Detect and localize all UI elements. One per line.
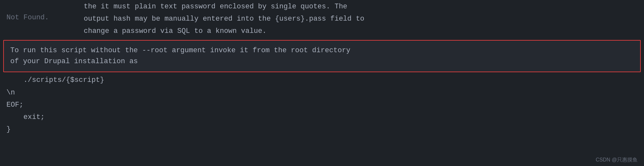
code-line-brace: } — [0, 123, 644, 136]
comment-line-1: the it must plain text password enclosed… — [0, 0, 644, 13]
highlighted-line-1: To run this script without the --root ar… — [10, 45, 634, 56]
highlighted-block: To run this script without the --root ar… — [3, 40, 641, 72]
highlighted-line-2: of your Drupal installation as — [10, 56, 634, 67]
code-line-newline: \n — [0, 87, 644, 99]
comment-line-2: output hash may be manually entered into… — [84, 14, 364, 24]
watermark: CSDN @只惠摸鱼 — [596, 157, 638, 163]
code-line-script: ./scripts/{$script} — [0, 74, 644, 86]
code-line-eof: EOF; — [0, 99, 644, 111]
comment-line-3: change a password via SQL to a known val… — [0, 25, 644, 38]
code-line-exit: exit; — [0, 111, 644, 123]
code-editor: the it must plain text password enclosed… — [0, 0, 644, 166]
not-found-label: Not Found. — [0, 14, 84, 24]
